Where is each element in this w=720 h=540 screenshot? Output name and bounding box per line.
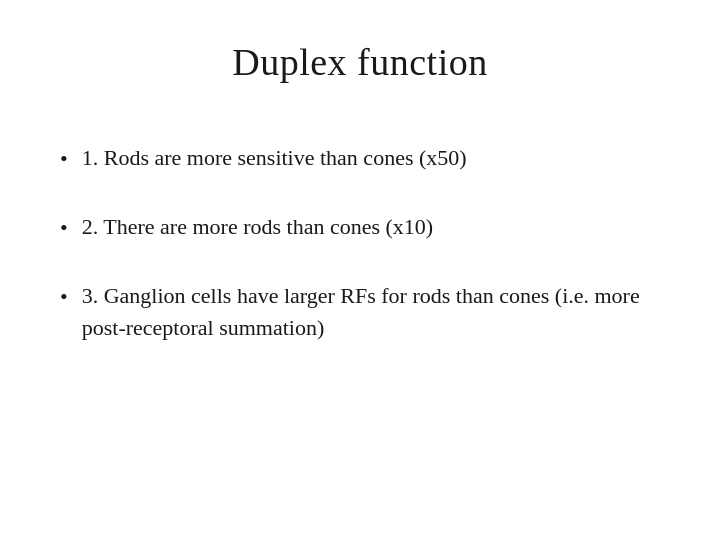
bullet-list: • 1. Rods are more sensitive than cones … <box>60 124 660 500</box>
list-item: • 2. There are more rods than cones (x10… <box>60 193 660 262</box>
list-item: • 1. Rods are more sensitive than cones … <box>60 124 660 193</box>
bullet-dot: • <box>60 143 68 175</box>
slide-title: Duplex function <box>60 40 660 84</box>
slide-container: Duplex function • 1. Rods are more sensi… <box>0 0 720 540</box>
bullet-text: 3. Ganglion cells have larger RFs for ro… <box>82 280 660 344</box>
bullet-dot: • <box>60 212 68 244</box>
bullet-text: 2. There are more rods than cones (x10) <box>82 211 660 243</box>
bullet-text: 1. Rods are more sensitive than cones (x… <box>82 142 660 174</box>
bullet-dot: • <box>60 281 68 313</box>
list-item: • 3. Ganglion cells have larger RFs for … <box>60 262 660 362</box>
